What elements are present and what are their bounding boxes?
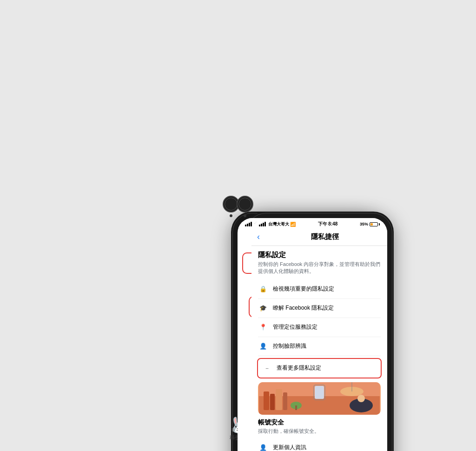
- privacy-item-check[interactable]: 🔒 檢視幾項重要的隱私設定: [258, 280, 381, 299]
- privacy-content: 隱私設定 控制你的 Facebook 內容分享對象，並管理有助於我們提供個人化體…: [251, 246, 387, 451]
- camera-1: [230, 214, 232, 217]
- privacy-more-text: 查看更多隱私設定: [277, 364, 321, 372]
- privacy-item-face[interactable]: 👤 控制臉部辨識: [258, 337, 381, 356]
- status-left-2: 台灣大哥大 📶: [259, 221, 296, 227]
- battery-icon-2: [370, 222, 380, 226]
- more-icon: ···: [262, 363, 272, 373]
- privacy-face-text: 控制臉部辨識: [273, 342, 306, 350]
- account-security-title: 帳號安全: [258, 418, 381, 427]
- camera-2: [244, 214, 246, 217]
- signal-icon-2: [259, 222, 266, 226]
- face-icon: 👤: [258, 341, 268, 352]
- lock-icon: 🔒: [258, 284, 268, 294]
- screen2-title: 隱私捷徑: [268, 232, 382, 241]
- privacy-section-title: 隱私設定: [258, 251, 381, 259]
- back-button[interactable]: ‹: [257, 232, 268, 242]
- phone-screen-2: 台灣大哥大 📶 下午 8:48 35%: [251, 218, 387, 451]
- screen2-header: ‹ 隱私捷徑: [251, 228, 387, 246]
- svg-rect-2: [264, 391, 269, 410]
- privacy-item-learn[interactable]: 🎓 瞭解 Facebook 隱私設定: [258, 299, 381, 318]
- home-button-2[interactable]: [237, 196, 253, 212]
- account-security-desc: 採取行動，確保帳號安全。: [258, 428, 381, 435]
- account-security-section: 帳號安全 採取行動，確保帳號安全。 👤 更新個人資訊: [258, 418, 381, 451]
- svg-rect-4: [276, 389, 282, 410]
- time-2: 下午 8:48: [318, 221, 338, 227]
- privacy-section-desc: 控制你的 Facebook 內容分享對象，並管理有助於我們提供個人化體驗的資料。: [258, 261, 381, 275]
- location-icon: 📍: [258, 322, 268, 332]
- privacy-check-text: 檢視幾項重要的隱私設定: [273, 285, 334, 293]
- battery-pct-2: 35%: [360, 222, 368, 226]
- screen-content-2: ‹ 隱私捷徑 隱私設定 控制你的 Facebook 內容分享對象，並管理有助於我…: [251, 228, 387, 451]
- svg-rect-12: [315, 386, 324, 399]
- svg-rect-3: [270, 394, 275, 410]
- privacy-learn-text: 瞭解 Facebook 隱私設定: [273, 304, 334, 312]
- grad-icon: 🎓: [258, 303, 268, 313]
- privacy-item-update[interactable]: 👤 更新個人資訊: [258, 438, 381, 451]
- privacy-banner: [258, 382, 381, 415]
- carrier-2: 台灣大哥大: [268, 221, 289, 227]
- update-icon: 👤: [258, 443, 268, 451]
- privacy-location-text: 管理定位服務設定: [273, 323, 317, 331]
- phones-container: 台灣大哥大 📶 下午 8:48 35%: [231, 212, 245, 239]
- svg-rect-5: [283, 392, 287, 410]
- status-bar-2: 台灣大哥大 📶 下午 8:48 35%: [251, 218, 387, 228]
- banner-svg: [259, 382, 380, 415]
- wifi-icon-2: 📶: [290, 222, 296, 227]
- status-right-2: 35%: [360, 222, 380, 226]
- privacy-item-location[interactable]: 📍 管理定位服務設定: [258, 318, 381, 337]
- privacy-item-more[interactable]: ··· 查看更多隱私設定: [257, 358, 382, 378]
- svg-rect-11: [295, 405, 297, 410]
- svg-point-9: [357, 395, 365, 402]
- signal-icon-1: [245, 222, 252, 226]
- privacy-update-text: 更新個人資訊: [273, 444, 306, 451]
